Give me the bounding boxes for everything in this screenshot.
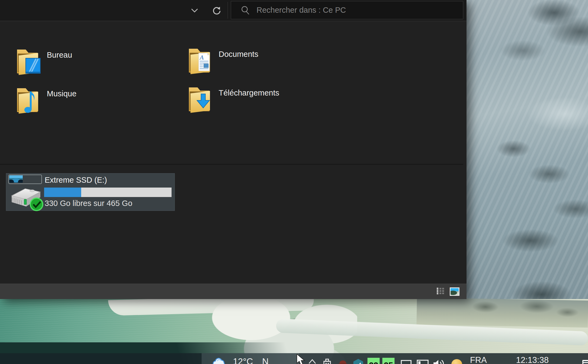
usb-device-tray-icon[interactable] bbox=[323, 359, 332, 364]
drive-free-space: 330 Go libres sur 465 Go bbox=[45, 199, 132, 208]
large-thumbnails-view-icon bbox=[450, 287, 459, 296]
display-device-tray-icon[interactable] bbox=[416, 359, 429, 364]
search-box[interactable] bbox=[231, 1, 463, 19]
taskbar-clock[interactable]: 12:13:38 bbox=[516, 355, 549, 364]
folder-tile-musique[interactable]: Musique bbox=[15, 86, 77, 114]
group-divider bbox=[0, 164, 463, 165]
drive-usage-fill bbox=[44, 188, 81, 197]
folder-label: Téléchargements bbox=[214, 85, 279, 97]
explorer-toolbar bbox=[0, 0, 467, 21]
folder-label: Documents bbox=[214, 46, 258, 59]
wallpaper-rocky-shore bbox=[416, 297, 588, 327]
folder-label: Bureau bbox=[42, 47, 72, 60]
toolbar-divider bbox=[228, 2, 228, 19]
address-dropdown-button[interactable] bbox=[189, 4, 201, 16]
taskbar: 12°C N 22 25 FRA 12:13:38 bbox=[0, 353, 588, 364]
weather-condition: N bbox=[262, 356, 269, 364]
mouse-cursor bbox=[296, 354, 307, 364]
folder-tile-telechargements[interactable]: Téléchargements bbox=[187, 85, 279, 114]
downloads-folder-icon bbox=[187, 85, 214, 114]
weather-temp: 12°C bbox=[233, 356, 253, 364]
chevron-down-icon bbox=[191, 8, 198, 12]
drive-name: Extreme SSD (E:) bbox=[45, 176, 107, 185]
desktop: { "explorer": { "toolbar": { "search_pla… bbox=[0, 0, 588, 364]
folder-tile-bureau[interactable]: Bureau bbox=[15, 47, 72, 76]
language-indicator[interactable]: FRA bbox=[470, 355, 487, 364]
hidden-icons-chevron[interactable] bbox=[308, 359, 316, 364]
explorer-statusbar bbox=[0, 284, 467, 299]
music-folder-icon bbox=[15, 86, 42, 114]
monitor-tray-icon[interactable] bbox=[400, 360, 412, 364]
temperature-badge-2[interactable]: 25 bbox=[382, 358, 395, 364]
details-view-icon bbox=[437, 287, 444, 296]
folder-label: Musique bbox=[42, 86, 77, 98]
refresh-button[interactable] bbox=[211, 4, 223, 16]
large-thumbnails-view-button[interactable] bbox=[449, 287, 460, 296]
notification-area-icon[interactable] bbox=[582, 360, 588, 364]
svg-text:A: A bbox=[199, 54, 204, 61]
refresh-icon bbox=[212, 6, 221, 15]
drive-thumbnail-image bbox=[9, 175, 23, 183]
search-icon bbox=[241, 6, 250, 15]
round-app-tray-icon[interactable] bbox=[451, 359, 462, 364]
details-view-button[interactable] bbox=[435, 287, 446, 296]
desktop-folder-icon bbox=[15, 47, 42, 76]
volume-tray-icon[interactable] bbox=[432, 359, 446, 364]
folder-tile-documents[interactable]: A Documents bbox=[187, 46, 258, 75]
search-input[interactable] bbox=[256, 5, 430, 15]
weather-widget[interactable]: 12°C N bbox=[202, 353, 299, 364]
cloud-weather-icon bbox=[212, 357, 226, 364]
red-hat-tray-icon[interactable] bbox=[337, 359, 349, 364]
drive-usage-bar bbox=[44, 188, 172, 197]
drive-thumbnail-frame bbox=[8, 175, 42, 184]
documents-folder-icon: A bbox=[187, 46, 214, 75]
hard-drive-icon bbox=[8, 184, 44, 211]
file-explorer-window: Bureau A Documents bbox=[0, 0, 467, 299]
temperature-badge-1[interactable]: 22 bbox=[367, 358, 380, 364]
hexagon-check-tray-icon[interactable] bbox=[353, 359, 364, 364]
drive-tile-extreme-ssd[interactable]: Extreme SSD (E:) 330 Go libres sur 465 G… bbox=[6, 173, 175, 211]
